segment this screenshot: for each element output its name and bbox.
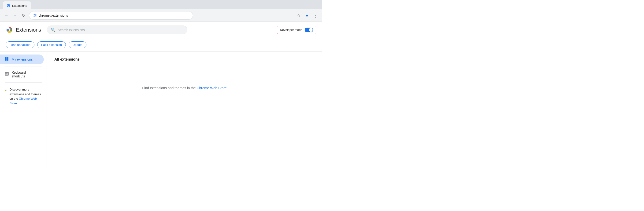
profile-button[interactable]: ●: [303, 12, 311, 19]
toolbar-icons: ☆ ● ⋮: [295, 12, 319, 19]
search-bar[interactable]: 🔍: [47, 25, 187, 34]
svg-rect-9: [7, 57, 8, 59]
svg-point-5: [34, 15, 36, 16]
refresh-button[interactable]: ↻: [20, 12, 27, 19]
chrome-logo-icon: [6, 26, 13, 34]
update-button[interactable]: Update: [68, 41, 86, 48]
sidebar-divider-2: [5, 82, 42, 83]
dev-buttons-row: Load unpacked Pack extension Update: [0, 38, 322, 52]
svg-rect-16: [8, 73, 8, 74]
page-title: Extensions: [16, 27, 41, 33]
empty-state-text: Find extensions and themes in the Chrome…: [142, 86, 227, 90]
svg-rect-17: [6, 74, 6, 75]
tab-favicon: [6, 4, 10, 7]
site-favicon-icon: [33, 13, 37, 17]
empty-state-web-store-link[interactable]: Chrome Web Store: [197, 86, 227, 90]
developer-mode-area: Developer mode: [277, 26, 316, 34]
developer-mode-label: Developer mode: [280, 28, 302, 31]
svg-point-21: [6, 90, 6, 90]
address-bar[interactable]: chrome://extensions: [29, 11, 193, 20]
developer-mode-toggle[interactable]: [305, 28, 313, 32]
pack-extension-button[interactable]: Pack extension: [37, 41, 66, 48]
all-extensions-title: All extensions: [54, 57, 314, 61]
page-header: Extensions 🔍 Developer mode: [0, 22, 322, 38]
keyboard-shortcuts-label: Keyboard shortcuts: [12, 71, 39, 78]
profile-icon: ●: [306, 13, 308, 18]
svg-rect-15: [7, 73, 8, 74]
main-layout: My extensions Keyboard shortcuts: [0, 52, 322, 169]
back-button[interactable]: ←: [3, 12, 10, 19]
svg-rect-10: [5, 59, 6, 61]
refresh-icon: ↻: [22, 13, 25, 18]
content-area: All extensions Find extensions and theme…: [47, 52, 322, 169]
more-icon: ⋮: [313, 13, 318, 18]
svg-rect-8: [5, 57, 6, 59]
forward-icon: →: [13, 13, 17, 17]
chrome-web-store-icon: [5, 87, 7, 93]
sidebar-promo-text: Discover more extensions and themes on t…: [10, 87, 42, 105]
sidebar-item-keyboard-shortcuts[interactable]: Keyboard shortcuts: [0, 68, 44, 80]
search-input[interactable]: [58, 28, 183, 32]
keyboard-icon: [5, 72, 9, 76]
menu-button[interactable]: ⋮: [312, 12, 319, 19]
sidebar-item-my-extensions[interactable]: My extensions: [0, 54, 44, 64]
svg-rect-12: [5, 72, 9, 75]
sidebar: My extensions Keyboard shortcuts: [0, 52, 47, 169]
svg-rect-11: [7, 59, 8, 61]
bookmark-button[interactable]: ☆: [295, 12, 302, 19]
extensions-icon: [5, 57, 9, 62]
page-title-area: Extensions: [6, 26, 41, 34]
star-icon: ☆: [297, 13, 300, 18]
nav-buttons: ← → ↻: [3, 12, 27, 19]
load-unpacked-button[interactable]: Load unpacked: [6, 41, 34, 48]
sidebar-divider: [5, 66, 42, 66]
svg-rect-18: [6, 74, 8, 75]
svg-point-7: [9, 29, 10, 31]
back-icon: ←: [5, 13, 8, 17]
sidebar-promo: Discover more extensions and themes on t…: [0, 84, 46, 108]
svg-rect-19: [8, 74, 8, 75]
tab-title: Extensions: [12, 4, 27, 7]
my-extensions-label: My extensions: [12, 57, 32, 61]
empty-state: Find extensions and themes in the Chrome…: [54, 67, 314, 109]
address-text: chrome://extensions: [39, 13, 68, 17]
svg-point-2: [8, 5, 9, 6]
active-tab[interactable]: Extensions: [3, 1, 31, 10]
forward-button[interactable]: →: [11, 12, 19, 19]
svg-rect-13: [6, 73, 6, 74]
svg-rect-14: [6, 73, 7, 74]
search-icon: 🔍: [51, 28, 56, 32]
